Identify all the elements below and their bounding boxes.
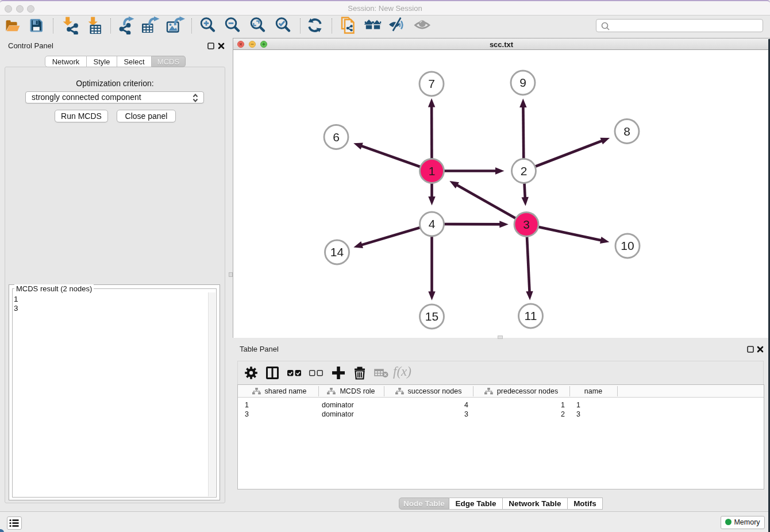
- svg-text:1: 1: [429, 164, 436, 178]
- svg-text:2: 2: [521, 164, 528, 178]
- svg-text:8: 8: [623, 125, 630, 138]
- svg-text:14: 14: [330, 245, 344, 259]
- svg-text:15: 15: [425, 310, 438, 323]
- svg-text:3: 3: [523, 218, 530, 231]
- svg-text:6: 6: [333, 130, 340, 144]
- svg-text:10: 10: [621, 239, 634, 252]
- svg-text:11: 11: [525, 309, 537, 322]
- svg-text:7: 7: [428, 77, 435, 90]
- svg-text:4: 4: [429, 217, 436, 230]
- svg-text:9: 9: [519, 76, 526, 89]
